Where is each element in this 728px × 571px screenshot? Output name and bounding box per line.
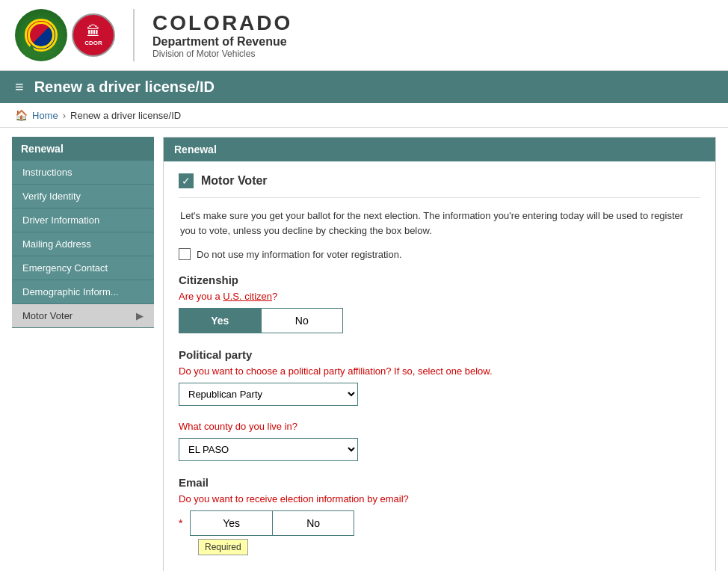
header-divider <box>133 9 135 61</box>
home-icon: 🏠 <box>15 109 28 121</box>
active-arrow-icon: ▶ <box>136 310 144 321</box>
political-party-select[interactable]: Republican Party Democratic Party Libert… <box>179 383 358 406</box>
colorado-logo <box>15 9 67 61</box>
breadcrumb-separator: › <box>63 110 66 121</box>
email-title: Email <box>179 476 700 489</box>
citizenship-question: Are you a U.S. citizen? <box>179 291 700 302</box>
citizenship-title: Citizenship <box>179 274 700 286</box>
email-question: Do you want to receive election informat… <box>179 493 700 504</box>
us-citizen-link[interactable]: U.S. citizen <box>223 291 272 302</box>
political-party-question: Do you want to choose a political party … <box>179 365 700 377</box>
email-yesno-row: * Yes No <box>179 510 700 536</box>
motor-voter-checked-icon: ✓ <box>179 173 194 188</box>
decline-checkbox[interactable] <box>179 248 191 260</box>
division-title: Division of Motor Vehicles <box>152 49 292 59</box>
county-section: What county do you live in? EL PASO ADAM… <box>179 421 700 461</box>
breadcrumb-home-link[interactable]: Home <box>32 110 58 121</box>
citizenship-yesno-group: Yes No <box>179 308 343 333</box>
content-header: Renewal <box>164 138 715 161</box>
sidebar-item-instructions[interactable]: Instructions <box>12 161 154 185</box>
logo-area: 🏛 CDOR COLORADO Department of Revenue Di… <box>15 9 292 61</box>
main-layout: Renewal Instructions Verify Identity Dri… <box>0 128 728 571</box>
cdor-text: CDOR <box>84 40 102 46</box>
cdor-logo: 🏛 CDOR <box>72 13 115 57</box>
sidebar: Renewal Instructions Verify Identity Dri… <box>12 137 154 571</box>
email-yesno-group: Yes No <box>190 510 354 536</box>
sidebar-item-verify-identity[interactable]: Verify Identity <box>12 185 154 209</box>
cdor-building-icon: 🏛 <box>87 24 100 40</box>
dept-title: Department of Revenue <box>152 35 292 49</box>
sidebar-item-motor-voter[interactable]: Motor Voter ▶ <box>12 304 154 328</box>
email-yes-button[interactable]: Yes <box>191 511 272 535</box>
decline-row: Do not use my information for voter regi… <box>179 248 700 260</box>
motor-voter-info-text: Let's make sure you get your ballot for … <box>179 209 700 238</box>
header-title-block: COLORADO Department of Revenue Division … <box>152 11 292 59</box>
required-marker: * <box>179 517 182 529</box>
citizenship-section: Citizenship Are you a U.S. citizen? Yes … <box>179 274 700 333</box>
county-question: What county do you live in? <box>179 421 700 432</box>
top-nav-bar: ≡ Renew a driver license/ID <box>0 71 728 103</box>
page-title: Renew a driver license/ID <box>34 78 215 96</box>
decline-label: Do not use my information for voter regi… <box>197 249 402 260</box>
sidebar-item-driver-information[interactable]: Driver Information <box>12 209 154 232</box>
motor-voter-title-row: ✓ Motor Voter <box>179 173 700 188</box>
section-divider-top <box>179 197 700 198</box>
political-party-section: Political party Do you want to choose a … <box>179 348 700 406</box>
motor-voter-title: Motor Voter <box>201 174 268 188</box>
sidebar-item-demographic-info[interactable]: Demographic Inform... <box>12 280 154 304</box>
colorado-title: COLORADO <box>152 11 292 35</box>
breadcrumb: 🏠 Home › Renew a driver license/ID <box>0 103 728 128</box>
logo-circles: 🏛 CDOR <box>15 9 115 61</box>
required-tooltip: Required <box>198 539 248 555</box>
sidebar-item-emergency-contact[interactable]: Emergency Contact <box>12 256 154 280</box>
breadcrumb-current: Renew a driver license/ID <box>70 110 181 121</box>
county-select[interactable]: EL PASO ADAMS ARAPAHOE BOULDER DENVER DO… <box>179 438 358 461</box>
required-tooltip-container: Required <box>198 539 700 555</box>
citizenship-no-button[interactable]: No <box>261 309 343 333</box>
page-header: 🏛 CDOR COLORADO Department of Revenue Di… <box>0 0 728 71</box>
email-section: Email Do you want to receive election in… <box>179 476 700 555</box>
sidebar-header: Renewal <box>12 137 154 161</box>
sidebar-item-mailing-address[interactable]: Mailing Address <box>12 232 154 256</box>
content-area: Renewal ✓ Motor Voter Let's make sure yo… <box>163 137 716 571</box>
email-no-button[interactable]: No <box>272 511 354 535</box>
political-party-title: Political party <box>179 348 700 361</box>
content-body: ✓ Motor Voter Let's make sure you get yo… <box>164 161 715 571</box>
citizenship-yes-button[interactable]: Yes <box>179 309 261 333</box>
hamburger-menu-icon[interactable]: ≡ <box>15 78 24 96</box>
